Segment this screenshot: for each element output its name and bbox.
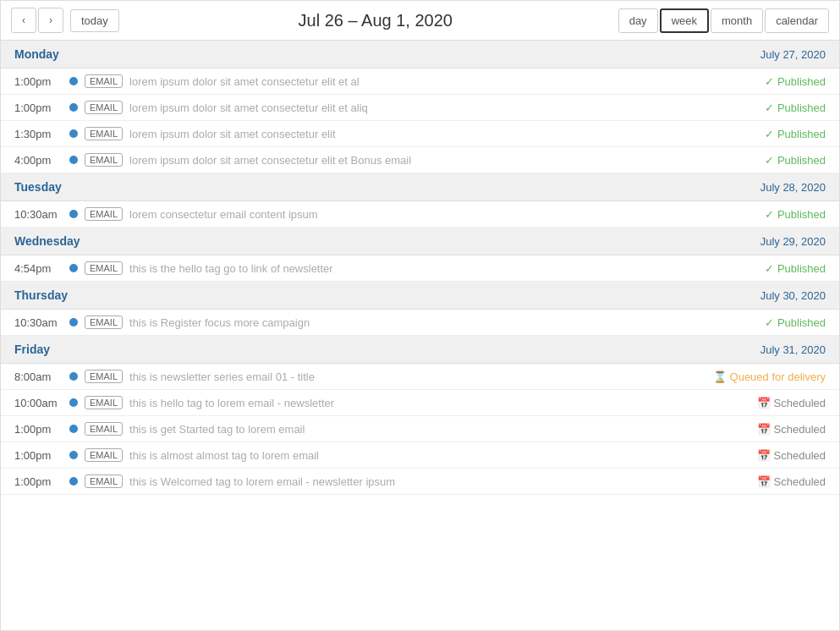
event-title: this is almost almost tag to lorem email <box>129 449 744 462</box>
day-date: July 28, 2020 <box>760 181 826 194</box>
day-name: Monday <box>14 47 59 61</box>
calendar-title: Jul 26 – Aug 1, 2020 <box>133 11 618 30</box>
event-title: this is get Started tag to lorem email <box>129 423 744 436</box>
day-name: Thursday <box>14 288 68 302</box>
event-time: 8:00am <box>14 370 69 383</box>
event-time: 4:54pm <box>14 262 69 275</box>
event-time: 10:30am <box>14 316 69 329</box>
event-row[interactable]: 10:30amEMAILthis is Register focus more … <box>1 310 839 336</box>
event-type-tag: EMAIL <box>85 475 123 488</box>
event-time: 1:00pm <box>14 475 69 488</box>
day-header-tuesday: TuesdayJuly 28, 2020 <box>1 173 839 201</box>
event-title: this is newsletter series email 01 - tit… <box>129 370 700 383</box>
event-title: this is hello tag to lorem email - newsl… <box>129 397 744 409</box>
event-status: ⌛ Queued for delivery <box>713 370 826 383</box>
event-dot-icon <box>69 398 78 407</box>
event-type-tag: EMAIL <box>85 316 123 329</box>
event-time: 1:00pm <box>14 449 69 462</box>
event-dot-icon <box>69 103 78 112</box>
event-title: this is Welcomed tag to lorem email - ne… <box>129 475 744 488</box>
event-dot-icon <box>69 451 78 459</box>
event-type-tag: EMAIL <box>85 422 123 436</box>
event-title: lorem ipsum dolor sit amet consectetur e… <box>129 128 751 140</box>
event-type-tag: EMAIL <box>85 448 123 462</box>
calendar-view-button[interactable]: calendar <box>765 8 829 33</box>
event-type-tag: EMAIL <box>85 396 123 409</box>
event-title: lorem ipsum dolor sit amet consectetur e… <box>129 102 751 114</box>
day-header-thursday: ThursdayJuly 30, 2020 <box>1 282 839 310</box>
event-row[interactable]: 10:00amEMAILthis is hello tag to lorem e… <box>1 390 839 416</box>
event-dot-icon <box>69 129 78 138</box>
event-time: 1:30pm <box>14 128 69 140</box>
event-dot-icon <box>69 425 78 433</box>
event-row[interactable]: 1:00pmEMAILlorem ipsum dolor sit amet co… <box>1 69 839 95</box>
event-status: 📅 Scheduled <box>757 449 826 462</box>
event-title: this is Register focus more campaign <box>129 316 751 329</box>
event-status: ✓ Published <box>765 262 826 275</box>
day-header-friday: FridayJuly 31, 2020 <box>1 336 839 364</box>
event-dot-icon <box>69 477 78 486</box>
month-view-button[interactable]: month <box>711 8 763 33</box>
event-type-tag: EMAIL <box>85 207 123 221</box>
event-row[interactable]: 4:00pmEMAILlorem ipsum dolor sit amet co… <box>1 147 839 173</box>
event-dot-icon <box>69 264 78 272</box>
event-status: ✓ Published <box>765 102 826 114</box>
calendar-header: ‹ › today Jul 26 – Aug 1, 2020 day week … <box>1 1 839 41</box>
prev-button[interactable]: ‹ <box>11 8 36 33</box>
event-title: this is the hello tag go to link of news… <box>129 262 751 275</box>
event-type-tag: EMAIL <box>85 370 123 383</box>
day-name: Tuesday <box>14 180 62 194</box>
event-status: ✓ Published <box>765 75 826 88</box>
event-row[interactable]: 10:30amEMAILlorem consectetur email cont… <box>1 201 839 228</box>
event-time: 10:00am <box>14 397 69 409</box>
event-row[interactable]: 1:00pmEMAILthis is Welcomed tag to lorem… <box>1 469 839 495</box>
event-time: 10:30am <box>14 208 69 221</box>
event-time: 1:00pm <box>14 102 69 114</box>
event-row[interactable]: 1:00pmEMAILthis is get Started tag to lo… <box>1 416 839 442</box>
day-view-button[interactable]: day <box>618 8 658 33</box>
next-button[interactable]: › <box>38 8 63 33</box>
day-header-wednesday: WednesdayJuly 29, 2020 <box>1 228 839 255</box>
event-row[interactable]: 1:30pmEMAILlorem ipsum dolor sit amet co… <box>1 121 839 147</box>
day-date: July 29, 2020 <box>760 235 826 248</box>
event-status: ✓ Published <box>765 208 826 221</box>
day-date: July 31, 2020 <box>760 343 826 356</box>
event-status: ✓ Published <box>765 316 826 329</box>
event-dot-icon <box>69 318 78 326</box>
event-type-tag: EMAIL <box>85 101 123 114</box>
event-title: lorem ipsum dolor sit amet consectetur e… <box>129 75 751 88</box>
calendar-container: ‹ › today Jul 26 – Aug 1, 2020 day week … <box>0 0 840 631</box>
view-buttons: day week month calendar <box>618 8 829 33</box>
day-name: Friday <box>14 343 50 356</box>
event-type-tag: EMAIL <box>85 74 123 88</box>
event-status: 📅 Scheduled <box>757 423 826 436</box>
event-row[interactable]: 8:00amEMAILthis is newsletter series ema… <box>1 364 839 390</box>
event-status: 📅 Scheduled <box>757 475 826 488</box>
week-view-button[interactable]: week <box>660 8 709 33</box>
day-header-monday: MondayJuly 27, 2020 <box>1 41 839 69</box>
event-row[interactable]: 1:00pmEMAILthis is almost almost tag to … <box>1 442 839 469</box>
calendar-body: MondayJuly 27, 20201:00pmEMAILlorem ipsu… <box>1 41 839 495</box>
today-button[interactable]: today <box>70 9 119 32</box>
event-title: lorem consectetur email content ipsum <box>129 208 751 221</box>
event-type-tag: EMAIL <box>85 261 123 275</box>
day-name: Wednesday <box>14 234 80 248</box>
event-row[interactable]: 1:00pmEMAILlorem ipsum dolor sit amet co… <box>1 95 839 121</box>
event-title: lorem ipsum dolor sit amet consectetur e… <box>129 154 751 167</box>
day-date: July 27, 2020 <box>760 48 826 61</box>
event-status: ✓ Published <box>765 128 826 140</box>
event-dot-icon <box>69 156 78 164</box>
event-type-tag: EMAIL <box>85 127 123 140</box>
event-dot-icon <box>69 210 78 218</box>
event-type-tag: EMAIL <box>85 153 123 167</box>
event-row[interactable]: 4:54pmEMAILthis is the hello tag go to l… <box>1 255 839 282</box>
event-time: 4:00pm <box>14 154 69 167</box>
day-date: July 30, 2020 <box>760 289 826 302</box>
event-dot-icon <box>69 372 78 381</box>
event-time: 1:00pm <box>14 75 69 88</box>
event-dot-icon <box>69 77 78 85</box>
event-time: 1:00pm <box>14 423 69 436</box>
event-status: ✓ Published <box>765 154 826 167</box>
nav-buttons: ‹ › <box>11 8 63 33</box>
event-status: 📅 Scheduled <box>757 397 826 409</box>
